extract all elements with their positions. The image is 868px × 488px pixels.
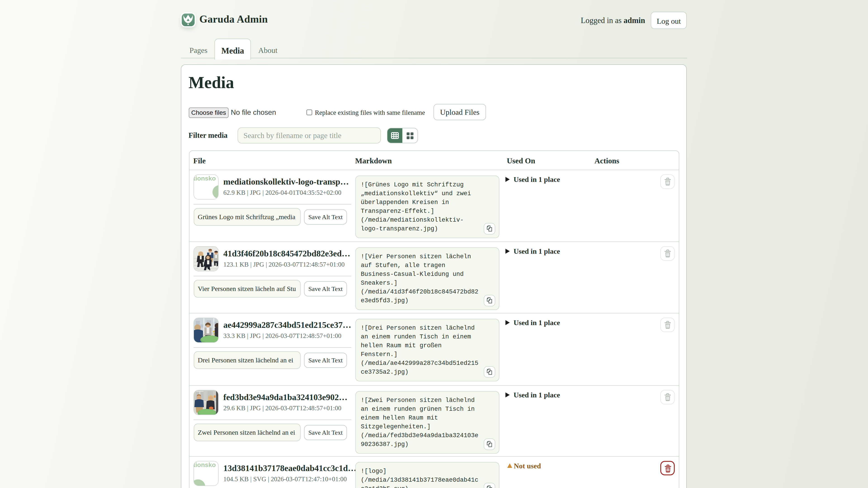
svg-text:tionsko: tionsko <box>194 175 216 182</box>
svg-text:tionsko: tionsko <box>194 461 216 468</box>
